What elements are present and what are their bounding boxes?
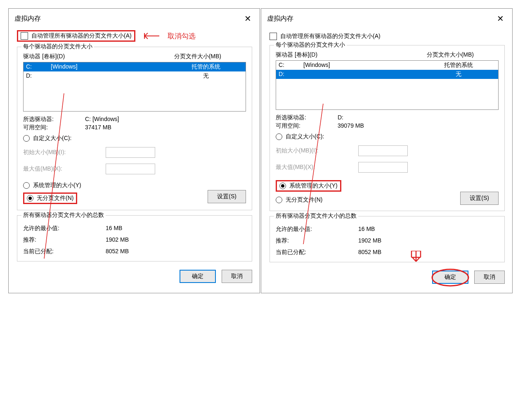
min-label: 允许的最小值: xyxy=(276,226,358,233)
rec-value: 1902 MB xyxy=(358,237,381,245)
drive-letter: D: xyxy=(26,72,51,80)
min-value: 16 MB xyxy=(358,226,375,233)
free-space-value: 39079 MB xyxy=(338,122,364,130)
drive-letter: C: xyxy=(279,62,303,69)
drive-label xyxy=(303,71,421,78)
radio-custom-size[interactable]: 自定义大小(C): xyxy=(23,135,246,142)
drive-letter: D: xyxy=(279,71,303,78)
cancel-button[interactable]: 取消 xyxy=(474,271,505,284)
virtual-memory-dialog-left: 虚拟内存 ✕ 自动管理所有驱动器的分页文件大小(A) 取消勾选 每个驱动器的分页… xyxy=(8,8,260,293)
radio-system-managed[interactable]: 系统管理的大小(Y) xyxy=(276,180,341,192)
per-drive-group: 每个驱动器的分页文件大小 驱动器 [卷标](D) 分页文件大小(MB) C:[W… xyxy=(270,45,505,211)
cur-label: 当前已分配: xyxy=(276,249,358,256)
radio-icon[interactable] xyxy=(23,182,30,189)
ok-button[interactable]: 确定 xyxy=(180,270,216,283)
group-legend: 所有驱动器分页文件大小的总数 xyxy=(274,212,358,220)
dialog-title: 虚拟内存 xyxy=(14,14,41,23)
radio-custom-size[interactable]: 自定义大小(C): xyxy=(276,133,499,140)
checkbox-icon[interactable] xyxy=(21,32,28,40)
radio-custom-label: 自定义大小(C): xyxy=(33,135,71,142)
cur-value: 8052 MB xyxy=(358,249,381,256)
close-icon[interactable]: ✕ xyxy=(494,13,507,24)
drive-size: 无 xyxy=(169,72,243,80)
radio-icon[interactable] xyxy=(23,135,30,142)
max-size-input[interactable] xyxy=(358,162,408,173)
totals-group: 所有驱动器分页文件大小的总数 允许的最小值: 16 MB 推荐: 1902 MB… xyxy=(270,216,505,262)
initial-size-input[interactable] xyxy=(106,147,155,158)
list-item[interactable]: D:无 xyxy=(276,70,498,79)
radio-no-paging[interactable]: 无分页文件(N) xyxy=(23,192,77,204)
radio-none-label: 无分页文件(N) xyxy=(37,195,73,202)
list-item[interactable]: C:[Windows]托管的系统 xyxy=(24,62,246,71)
virtual-memory-dialog-right: 虚拟内存 ✕ 自动管理所有驱动器的分页文件大小(A) 每个驱动器的分页文件大小 … xyxy=(261,8,513,293)
drive-size: 托管的系统 xyxy=(421,62,496,69)
drive-list[interactable]: C:[Windows]托管的系统D:无 xyxy=(276,60,499,110)
auto-manage-label: 自动管理所有驱动器的分页文件大小(A) xyxy=(31,32,132,40)
max-size-label: 最大值(MB)(X): xyxy=(276,164,358,171)
close-icon[interactable]: ✕ xyxy=(241,13,255,24)
list-header-drive: 驱动器 [卷标](D) xyxy=(276,51,317,59)
dialog-title: 虚拟内存 xyxy=(267,14,293,23)
per-drive-group: 每个驱动器的分页文件大小 驱动器 [卷标](D) 分页文件大小(MB) C:[W… xyxy=(17,47,252,210)
selected-drive-label: 所选驱动器: xyxy=(23,116,85,123)
min-label: 允许的最小值: xyxy=(23,225,106,232)
initial-size-label: 初始大小(MB)(I): xyxy=(23,149,106,156)
free-space-value: 37417 MB xyxy=(85,124,111,131)
list-item[interactable]: D:无 xyxy=(24,71,246,81)
radio-system-label: 系统管理的大小(Y) xyxy=(33,182,81,189)
max-size-label: 最大值(MB)(X): xyxy=(23,165,106,173)
rec-value: 1902 MB xyxy=(106,236,129,244)
list-header-drive: 驱动器 [卷标](D) xyxy=(23,53,65,60)
list-item[interactable]: C:[Windows]托管的系统 xyxy=(276,61,498,70)
drive-label: [Windows] xyxy=(303,62,421,69)
cur-label: 当前已分配: xyxy=(23,248,106,255)
radio-none-label: 无分页文件(N) xyxy=(286,196,322,204)
set-button[interactable]: 设置(S) xyxy=(460,192,499,205)
free-space-label: 可用空间: xyxy=(276,122,338,130)
arrow-left-icon xyxy=(141,31,159,40)
group-legend: 每个驱动器的分页文件大小 xyxy=(21,43,94,50)
group-legend: 所有驱动器分页文件大小的总数 xyxy=(21,212,106,219)
drive-label: [Windows] xyxy=(51,63,169,71)
auto-manage-checkbox-row[interactable]: 自动管理所有驱动器的分页文件大小(A) xyxy=(17,30,135,42)
annotation-uncheck: 取消勾选 xyxy=(168,31,196,41)
checkbox-icon[interactable] xyxy=(270,33,277,40)
selected-drive-label: 所选驱动器: xyxy=(276,114,338,121)
selected-drive-value: C: [Windows] xyxy=(85,116,119,123)
drive-letter: C: xyxy=(26,63,51,71)
drive-size: 无 xyxy=(421,71,496,78)
radio-no-paging[interactable]: 无分页文件(N) xyxy=(276,196,322,204)
rec-label: 推荐: xyxy=(276,237,358,245)
auto-manage-checkbox-row[interactable]: 自动管理所有驱动器的分页文件大小(A) xyxy=(270,33,505,40)
selected-drive-value: D: xyxy=(338,114,343,121)
radio-icon[interactable] xyxy=(27,195,33,202)
free-space-label: 可用空间: xyxy=(23,124,85,131)
totals-group: 所有驱动器分页文件大小的总数 允许的最小值: 16 MB 推荐: 1902 MB… xyxy=(17,215,252,261)
max-size-input[interactable] xyxy=(106,164,155,174)
radio-icon[interactable] xyxy=(279,183,286,189)
cur-value: 8052 MB xyxy=(106,248,129,255)
initial-size-label: 初始大小(MB)(I): xyxy=(276,147,358,154)
radio-system-label: 系统管理的大小(Y) xyxy=(289,182,338,190)
list-header-size: 分页文件大小(MB) xyxy=(174,53,246,60)
drive-list[interactable]: C:[Windows]托管的系统D:无 xyxy=(23,62,246,112)
rec-label: 推荐: xyxy=(23,236,106,244)
drive-label xyxy=(51,72,169,80)
radio-icon[interactable] xyxy=(276,133,282,140)
ok-button[interactable]: 确定 xyxy=(432,271,468,284)
radio-system-managed[interactable]: 系统管理的大小(Y) xyxy=(23,182,246,189)
drive-size: 托管的系统 xyxy=(169,63,243,71)
set-button[interactable]: 设置(S) xyxy=(208,190,246,203)
radio-icon[interactable] xyxy=(276,197,282,203)
min-value: 16 MB xyxy=(106,225,122,232)
initial-size-input[interactable] xyxy=(358,145,408,156)
radio-custom-label: 自定义大小(C): xyxy=(286,133,324,140)
auto-manage-label: 自动管理所有驱动器的分页文件大小(A) xyxy=(280,33,381,40)
list-header-size: 分页文件大小(MB) xyxy=(427,51,499,59)
group-legend: 每个驱动器的分页文件大小 xyxy=(274,41,347,49)
cancel-button[interactable]: 取消 xyxy=(222,270,252,283)
